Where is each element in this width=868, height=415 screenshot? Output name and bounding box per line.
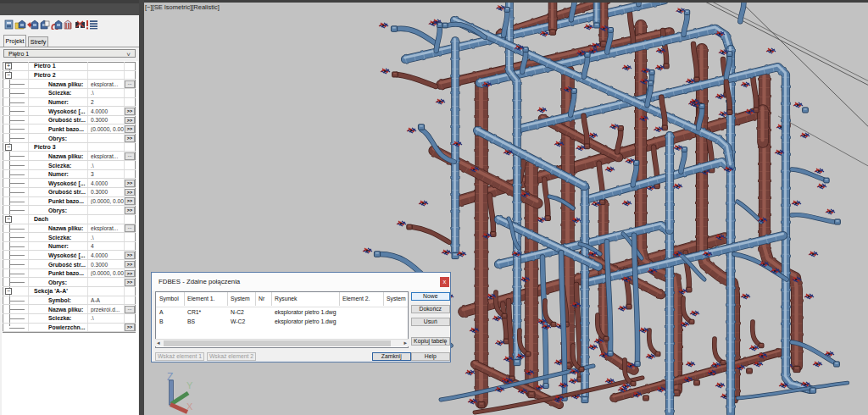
svg-text:Y: Y (186, 380, 193, 390)
svg-text:X: X (186, 401, 193, 412)
